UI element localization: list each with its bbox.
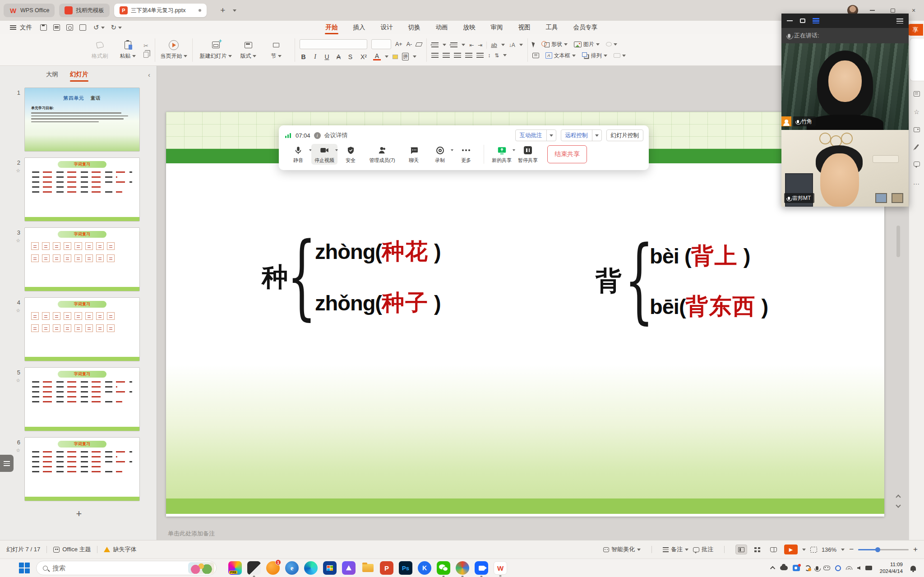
- increase-font-button[interactable]: A+: [395, 41, 402, 47]
- ribbon-tab[interactable]: 审阅: [490, 22, 504, 33]
- numbered-list-button[interactable]: [450, 42, 457, 47]
- tab-docer-templates[interactable]: 找稻壳模板: [59, 4, 110, 17]
- app-wps[interactable]: W: [494, 561, 507, 575]
- app-orange[interactable]: 1: [266, 561, 280, 575]
- video-feed-participant-1[interactable]: 竹角: [781, 43, 909, 130]
- select-icon[interactable]: [531, 41, 536, 47]
- ribbon-tab[interactable]: 插入: [352, 22, 366, 33]
- app-purple[interactable]: [342, 561, 356, 575]
- comment-pane-icon[interactable]: [914, 162, 920, 166]
- slide-thumbnail[interactable]: 第四单元童话 单元学习目标:: [24, 88, 140, 152]
- app-dark[interactable]: [247, 561, 261, 575]
- clear-format-icon[interactable]: [416, 42, 423, 46]
- pause-share-button[interactable]: 暂停共享: [515, 144, 541, 165]
- video-feed-participant-2[interactable]: 雷邦MT: [781, 130, 909, 207]
- assets-icon[interactable]: [914, 127, 920, 132]
- superscript-button[interactable]: X²: [358, 53, 369, 60]
- sync-tray-icon[interactable]: [805, 565, 811, 571]
- bullet-list-button[interactable]: [431, 42, 439, 47]
- align-left-button[interactable]: [431, 53, 439, 58]
- tray-expand-icon[interactable]: [770, 566, 775, 571]
- notes-placeholder[interactable]: 单击此处添加备注: [168, 530, 215, 538]
- ribbon-tab[interactable]: 开始: [325, 22, 339, 33]
- char-spacing-button[interactable]: ab: [491, 42, 497, 48]
- slideshow-caret-icon[interactable]: [802, 549, 806, 551]
- decrease-indent-button[interactable]: ⇤: [469, 42, 474, 48]
- meeting-option-button[interactable]: 远程控制: [561, 129, 602, 141]
- floating-list-button[interactable]: [0, 455, 14, 472]
- shadow-button[interactable]: S: [346, 53, 354, 60]
- font-name-input[interactable]: [300, 39, 367, 49]
- decrease-font-button[interactable]: A-: [407, 41, 412, 47]
- disabled-screen-button[interactable]: [614, 53, 626, 58]
- ribbon-tab[interactable]: 放映: [462, 22, 476, 33]
- print-icon[interactable]: [53, 24, 60, 31]
- camera-tray-icon[interactable]: [793, 565, 800, 571]
- play-from-current-button[interactable]: 当页开始: [160, 37, 188, 64]
- zoom-slider[interactable]: [858, 549, 909, 550]
- panel-exit-icon[interactable]: [896, 18, 903, 23]
- mute-button[interactable]: 静音: [285, 144, 311, 165]
- ribbon-tab[interactable]: 会员专享: [573, 22, 599, 33]
- microphone-tray-icon[interactable]: [816, 566, 818, 570]
- redo-caret-icon[interactable]: [118, 27, 122, 29]
- missing-font-label[interactable]: 缺失字体: [113, 545, 136, 554]
- slide-thumbnail[interactable]: 字词复习: [24, 157, 140, 222]
- app-photoshop[interactable]: Ps: [399, 561, 412, 575]
- increase-indent-button[interactable]: ⇥: [478, 42, 482, 48]
- meeting-option-button[interactable]: 幻灯片控制: [606, 129, 644, 141]
- italic-button[interactable]: I: [311, 53, 319, 60]
- disabled-insert-button[interactable]: [606, 42, 617, 46]
- ribbon-tab[interactable]: 切换: [407, 22, 421, 33]
- zoom-level[interactable]: 136%: [822, 546, 836, 553]
- next-slide-button[interactable]: [896, 503, 901, 508]
- format-painter-button[interactable]: 格式刷: [86, 37, 114, 64]
- font-color-button[interactable]: A: [373, 53, 381, 60]
- slide-sorter-button[interactable]: [752, 545, 763, 554]
- app-wechat[interactable]: [437, 561, 450, 575]
- tab-wps-home[interactable]: W WPS Office: [4, 4, 55, 17]
- smart-beautify-button[interactable]: 智能美化: [603, 545, 641, 554]
- meeting-details-link[interactable]: 会议详情: [324, 131, 348, 139]
- properties-pane-icon[interactable]: [914, 91, 920, 97]
- tab-slides[interactable]: 幻灯片: [70, 70, 88, 78]
- taskbar-search[interactable]: 搜索: [36, 561, 217, 575]
- daily-highlight-image[interactable]: [188, 562, 214, 574]
- tab-outline[interactable]: 大纲: [46, 70, 58, 78]
- more-button[interactable]: 更多: [453, 144, 479, 165]
- notification-bell-icon[interactable]: [910, 566, 916, 571]
- end-share-button[interactable]: 结束共享: [547, 145, 587, 163]
- save-icon[interactable]: [40, 24, 47, 31]
- textbox-button[interactable]: A文本框: [545, 52, 576, 60]
- hamburger-icon[interactable]: [10, 25, 16, 30]
- zoom-in-button[interactable]: +: [913, 545, 918, 554]
- input-method-tray-icon[interactable]: [823, 566, 830, 570]
- wifi-icon[interactable]: [846, 566, 852, 570]
- caret-down-icon[interactable]: [547, 134, 556, 137]
- align-text-button[interactable]: ⇅: [494, 52, 499, 59]
- bold-button[interactable]: B: [300, 53, 307, 60]
- zoom-knob[interactable]: [875, 547, 880, 552]
- slide-thumbnail[interactable]: 字词复习: [24, 437, 140, 501]
- font-size-input[interactable]: [371, 39, 391, 49]
- battery-icon[interactable]: [865, 566, 872, 570]
- collapse-panel-button[interactable]: ‹: [148, 71, 150, 78]
- ribbon-tab[interactable]: 工具: [545, 22, 559, 33]
- comments-button[interactable]: 批注: [693, 545, 713, 554]
- align-center-button[interactable]: [443, 53, 450, 58]
- zoom-out-button[interactable]: −: [849, 545, 854, 554]
- arrange-button[interactable]: 排列: [582, 52, 607, 60]
- phonetic-guide-button[interactable]: 拼: [402, 53, 409, 60]
- app-ms-store[interactable]: [323, 561, 337, 575]
- undo-caret-icon[interactable]: [101, 27, 105, 29]
- edit-icon[interactable]: [914, 144, 919, 150]
- slideshow-button[interactable]: ▶: [784, 545, 798, 554]
- cut-button[interactable]: ✂: [143, 42, 148, 49]
- circle-tray-icon[interactable]: [835, 565, 841, 571]
- start-button[interactable]: [19, 563, 30, 573]
- picture-button[interactable]: 图片: [574, 41, 600, 48]
- slide-thumbnail[interactable]: 字词复习: [24, 227, 140, 291]
- distribute-button[interactable]: [476, 53, 484, 58]
- cloud-tray-icon[interactable]: [780, 566, 788, 570]
- fit-slide-button[interactable]: [810, 547, 817, 553]
